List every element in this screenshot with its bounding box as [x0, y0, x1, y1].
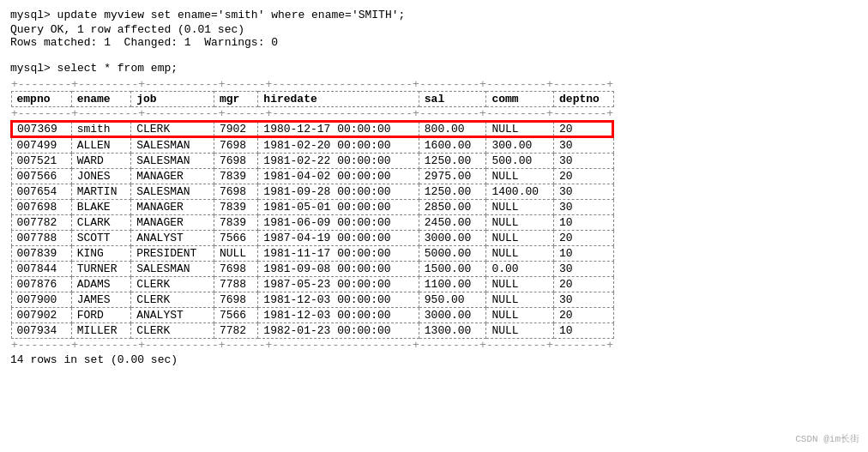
- col-ename: ename: [71, 92, 131, 107]
- cell-job: CLERK: [131, 121, 214, 137]
- sql-keyword-1: update myview set ename=: [57, 9, 218, 21]
- cell-hiredate: 1980-12-17 00:00:00: [258, 121, 419, 137]
- emp-table: +--------+---------+-----------+------+-…: [10, 78, 614, 352]
- cell-empno: 007369: [11, 121, 71, 137]
- col-hiredate: hiredate: [258, 92, 419, 107]
- table-separator-bottom: +--------+---------+-----------+------+-…: [11, 339, 613, 353]
- table-row: 007900 JAMES CLERK 7698 1981-12-03 00:00…: [11, 292, 613, 308]
- table-footer: 14 rows in set (0.00 sec): [10, 353, 858, 366]
- col-mgr: mgr: [214, 92, 257, 107]
- table-row: 007566 JONES MANAGER 7839 1981-04-02 00:…: [11, 169, 613, 184]
- result-query-ok: Query OK, 1 row affected (0.01 sec): [10, 23, 858, 36]
- command-line-1: mysql> update myview set ename='smith' w…: [10, 9, 858, 21]
- table-row: 007934 MILLER CLERK 7782 1982-01-23 00:0…: [11, 323, 613, 339]
- col-sal: sal: [419, 92, 486, 107]
- table-separator-top: +--------+---------+-----------+------+-…: [11, 78, 613, 92]
- table-separator-header: +--------+---------+-----------+------+-…: [11, 107, 613, 122]
- col-job: job: [131, 92, 214, 107]
- table-row: 007698 BLAKE MANAGER 7839 1981-05-01 00:…: [11, 200, 613, 215]
- watermark-label: CSDN @im长街: [795, 434, 859, 444]
- cell-deptno: 20: [554, 121, 614, 137]
- col-comm: comm: [486, 92, 554, 107]
- table-header-row: empno ename job mgr hiredate sal comm de…: [11, 92, 613, 107]
- result-blank: [10, 49, 858, 62]
- result-rows-matched: Rows matched: 1 Changed: 1 Warnings: 0: [10, 36, 858, 49]
- table-row: 007839 KING PRESIDENT NULL 1981-11-17 00…: [11, 246, 613, 262]
- table-row: 007788 SCOTT ANALYST 7566 1987-04-19 00:…: [11, 231, 613, 246]
- table-row: 007844 TURNER SALESMAN 7698 1981-09-08 0…: [11, 262, 613, 277]
- table-row: 007521 WARD SALESMAN 7698 1981-02-22 00:…: [11, 154, 613, 169]
- col-deptno: deptno: [554, 92, 614, 107]
- sql-table-wrapper: +--------+---------+-----------+------+-…: [10, 78, 858, 366]
- col-empno: empno: [11, 92, 71, 107]
- watermark: CSDN @im长街: [795, 432, 859, 445]
- table-row: 007654 MARTIN SALESMAN 7698 1981-09-28 0…: [11, 184, 613, 200]
- cell-comm: NULL: [486, 121, 554, 137]
- table-row: 007902 FORD ANALYST 7566 1981-12-03 00:0…: [11, 308, 613, 323]
- terminal: mysql> update myview set ename='smith' w…: [10, 9, 858, 366]
- cell-ename: smith: [71, 121, 131, 137]
- table-row: 007369 smith CLERK 7902 1980-12-17 00:00…: [11, 121, 613, 137]
- prompt-1: mysql>: [10, 9, 57, 21]
- command-line-2: mysql> select * from emp;: [10, 62, 858, 75]
- table-row: 007782 CLARK MANAGER 7839 1981-06-09 00:…: [11, 215, 613, 231]
- table-row: 007876 ADAMS CLERK 7788 1987-05-23 00:00…: [11, 277, 613, 292]
- cell-sal: 800.00: [419, 121, 486, 137]
- cell-mgr: 7902: [214, 121, 257, 137]
- table-row: 007499 ALLEN SALESMAN 7698 1981-02-20 00…: [11, 137, 613, 154]
